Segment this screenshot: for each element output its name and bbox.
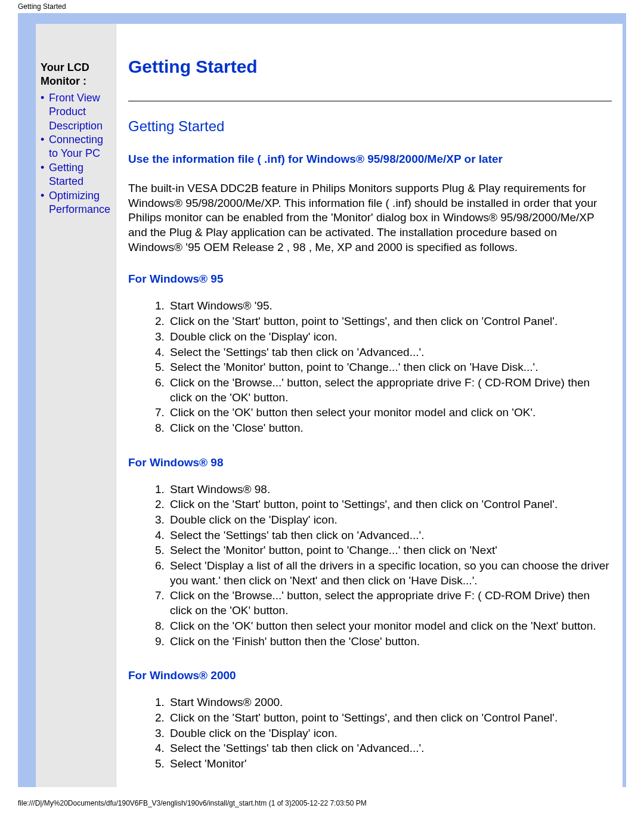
sidebar-item-label: Optimizing Performance: [49, 189, 113, 217]
intro-paragraph: The built-in VESA DDC2B feature in Phili…: [128, 181, 612, 255]
step-item: Start Windows® 2000.: [168, 695, 612, 710]
step-item: Select the 'Settings' tab then click on …: [168, 528, 612, 543]
step-item: Double click on the 'Display' icon.: [168, 330, 612, 345]
sidebar-item-connecting[interactable]: • Connecting to Your PC: [41, 133, 113, 161]
bullet-icon: •: [41, 161, 49, 189]
content-frame: Your LCD Monitor : • Front View Product …: [18, 13, 626, 787]
step-item: Click on the 'Browse...' button, select …: [168, 376, 612, 405]
bullet-icon: •: [41, 189, 49, 217]
windows-98-heading: For Windows® 98: [128, 456, 612, 469]
footer-file-path: file:///D|/My%20Documents/dfu/190V6FB_V3…: [0, 787, 644, 812]
step-item: Click on the 'Start' button, point to 'S…: [168, 711, 612, 726]
sidebar-title: Your LCD Monitor :: [41, 61, 113, 89]
sidebar-item-label: Connecting to Your PC: [49, 133, 113, 161]
windows-95-heading: For Windows® 95: [128, 272, 612, 286]
sidebar-item-label: Getting Started: [49, 161, 113, 189]
sidebar-item-label: Front View Product Description: [49, 91, 113, 133]
windows-95-steps: Start Windows® '95. Click on the 'Start'…: [128, 299, 612, 435]
bullet-icon: •: [41, 133, 49, 161]
step-item: Double click on the 'Display' icon.: [168, 726, 612, 741]
main-content: Getting Started Getting Started Use the …: [116, 24, 623, 787]
section-subhead: Use the information file ( .inf) for Win…: [128, 153, 612, 166]
step-item: Select the 'Settings' tab then click on …: [168, 741, 612, 756]
step-item: Click on the 'Browse...' button, select …: [168, 589, 612, 618]
windows-98-steps: Start Windows® 98. Click on the 'Start' …: [128, 482, 612, 649]
step-item: Click on the 'Start' button, point to 'S…: [168, 314, 612, 329]
sidebar-item-optimizing[interactable]: • Optimizing Performance: [41, 189, 113, 217]
document-header-label: Getting Started: [0, 0, 644, 13]
page-title: Getting Started: [128, 57, 612, 77]
sidebar-item-front-view[interactable]: • Front View Product Description: [41, 91, 113, 133]
step-item: Select the 'Monitor' button, point to 'C…: [168, 360, 612, 375]
sidebar-nav: Your LCD Monitor : • Front View Product …: [36, 24, 116, 787]
step-item: Click on the 'OK' button then select you…: [168, 619, 612, 634]
windows-2000-steps: Start Windows® 2000. Click on the 'Start…: [128, 695, 612, 771]
step-item: Click on the 'OK' button then select you…: [168, 405, 612, 420]
step-item: Select 'Monitor': [168, 757, 612, 772]
step-item: Click on the 'Start' button, point to 'S…: [168, 497, 612, 512]
step-item: Start Windows® 98.: [168, 482, 612, 497]
step-item: Select the 'Settings' tab then click on …: [168, 345, 612, 360]
step-item: Select the 'Monitor' button, point to 'C…: [168, 543, 612, 558]
horizontal-rule: [128, 101, 612, 101]
bullet-icon: •: [41, 91, 49, 133]
step-item: Select 'Display a list of all the driver…: [168, 559, 612, 588]
step-item: Start Windows® '95.: [168, 299, 612, 314]
section-subtitle: Getting Started: [128, 118, 612, 135]
step-item: Click on the 'Finish' button then the 'C…: [168, 634, 612, 649]
sidebar-item-getting-started[interactable]: • Getting Started: [41, 161, 113, 189]
windows-2000-heading: For Windows® 2000: [128, 669, 612, 682]
step-item: Double click on the 'Display' icon.: [168, 513, 612, 528]
step-item: Click on the 'Close' button.: [168, 421, 612, 436]
